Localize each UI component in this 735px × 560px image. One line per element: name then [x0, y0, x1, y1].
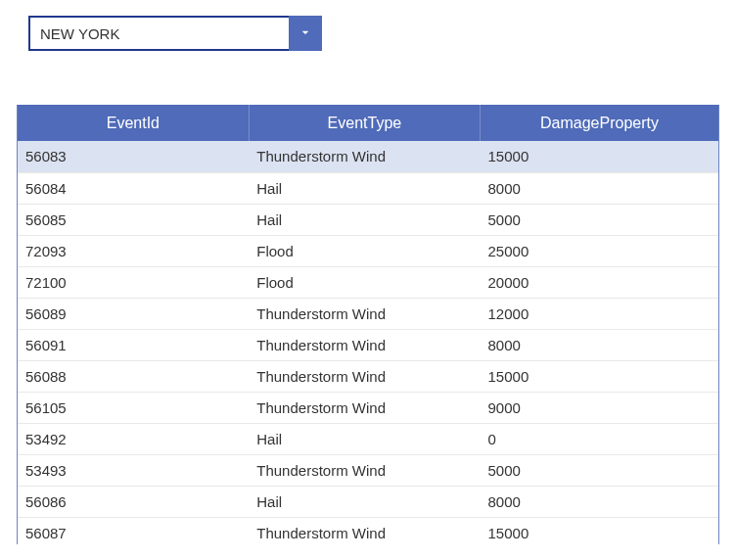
cell-eventtype: Hail [249, 486, 480, 517]
cell-eventid: 56091 [18, 329, 249, 360]
table-row[interactable]: 53492Hail0 [18, 423, 718, 454]
events-table-container: EventId EventType DamageProperty 56083Th… [17, 105, 719, 544]
state-dropdown[interactable] [28, 16, 322, 51]
cell-eventtype: Hail [249, 423, 480, 454]
cell-eventtype: Flood [249, 235, 480, 266]
cell-damageproperty: 0 [481, 423, 718, 454]
cell-eventid: 56084 [18, 172, 249, 204]
cell-eventid: 72100 [18, 266, 249, 298]
table-header-row: EventId EventType DamageProperty [18, 105, 718, 141]
state-dropdown-input[interactable] [28, 16, 289, 51]
cell-eventid: 72093 [18, 235, 249, 266]
table-row[interactable]: 53493Thunderstorm Wind5000 [18, 454, 718, 486]
table-row[interactable]: 56088Thunderstorm Wind15000 [18, 360, 718, 392]
table-row[interactable]: 56105Thunderstorm Wind9000 [18, 392, 718, 423]
chevron-down-icon [298, 24, 313, 43]
cell-eventtype: Thunderstorm Wind [249, 141, 480, 172]
cell-eventid: 53492 [18, 423, 249, 454]
table-row[interactable]: 72093Flood25000 [18, 235, 718, 266]
cell-eventtype: Thunderstorm Wind [249, 517, 480, 544]
cell-damageproperty: 5000 [481, 204, 718, 235]
cell-eventid: 56087 [18, 517, 249, 544]
cell-eventtype: Hail [249, 204, 480, 235]
cell-eventtype: Flood [249, 266, 480, 298]
column-header-eventid[interactable]: EventId [18, 105, 249, 141]
cell-eventid: 56083 [18, 141, 249, 172]
cell-damageproperty: 15000 [481, 141, 718, 172]
cell-eventid: 56085 [18, 204, 249, 235]
cell-eventtype: Thunderstorm Wind [249, 360, 480, 392]
cell-damageproperty: 15000 [481, 360, 718, 392]
cell-damageproperty: 5000 [481, 454, 718, 486]
table-row[interactable]: 56089Thunderstorm Wind12000 [18, 298, 718, 329]
cell-damageproperty: 9000 [481, 392, 718, 423]
cell-eventid: 56088 [18, 360, 249, 392]
table-row[interactable]: 56084Hail8000 [18, 172, 718, 204]
cell-damageproperty: 25000 [481, 235, 718, 266]
cell-eventtype: Thunderstorm Wind [249, 392, 480, 423]
table-row[interactable]: 56087Thunderstorm Wind15000 [18, 517, 718, 544]
cell-eventtype: Hail [249, 172, 480, 204]
column-header-damageproperty[interactable]: DamageProperty [481, 105, 718, 141]
cell-damageproperty: 12000 [481, 298, 718, 329]
cell-eventtype: Thunderstorm Wind [249, 454, 480, 486]
cell-damageproperty: 8000 [481, 172, 718, 204]
table-row[interactable]: 56091Thunderstorm Wind8000 [18, 329, 718, 360]
table-row[interactable]: 72100Flood20000 [18, 266, 718, 298]
cell-eventid: 56089 [18, 298, 249, 329]
cell-eventtype: Thunderstorm Wind [249, 298, 480, 329]
cell-damageproperty: 8000 [481, 486, 718, 517]
cell-damageproperty: 15000 [481, 517, 718, 544]
table-row[interactable]: 56086Hail8000 [18, 486, 718, 517]
table-row[interactable]: 56083Thunderstorm Wind15000 [18, 141, 718, 172]
cell-damageproperty: 20000 [481, 266, 718, 298]
dropdown-toggle-button[interactable] [289, 16, 322, 51]
events-table: EventId EventType DamageProperty 56083Th… [18, 105, 718, 544]
cell-eventtype: Thunderstorm Wind [249, 329, 480, 360]
cell-eventid: 56086 [18, 486, 249, 517]
table-row[interactable]: 56085Hail5000 [18, 204, 718, 235]
cell-damageproperty: 8000 [481, 329, 718, 360]
column-header-eventtype[interactable]: EventType [249, 105, 480, 141]
cell-eventid: 56105 [18, 392, 249, 423]
cell-eventid: 53493 [18, 454, 249, 486]
